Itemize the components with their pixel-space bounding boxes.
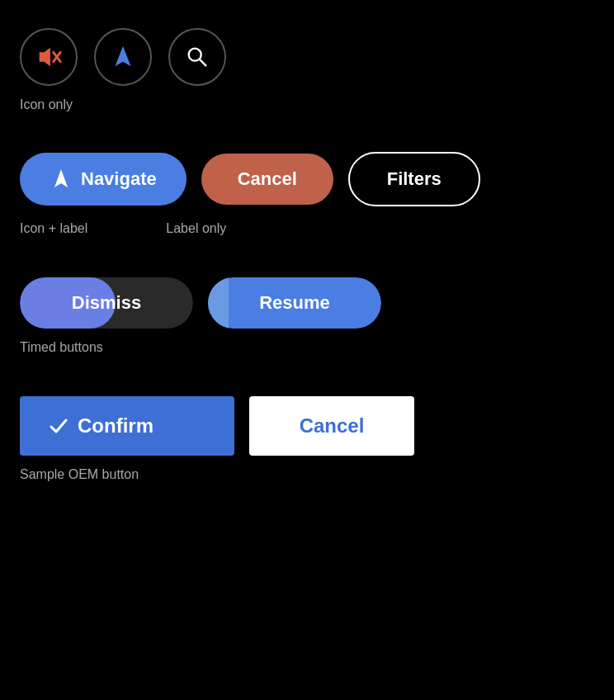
icon-label-sublabel: Icon + label — [20, 221, 87, 236]
timed-section: Dismiss Resume Timed buttons — [20, 277, 594, 355]
mute-button[interactable] — [20, 28, 78, 86]
search-circle-button[interactable] — [168, 28, 226, 86]
cancel-red-button[interactable]: Cancel — [201, 154, 333, 205]
dismiss-button[interactable]: Dismiss — [20, 277, 193, 329]
navigate-circle-icon — [109, 43, 137, 71]
cancel-red-label: Cancel — [238, 168, 297, 189]
dismiss-label: Dismiss — [72, 292, 141, 313]
timed-buttons-label: Timed buttons — [20, 340, 103, 354]
main-button-row: Navigate Cancel Filters — [20, 152, 594, 206]
resume-fill — [208, 277, 229, 329]
navigate-button[interactable]: Navigate — [20, 153, 187, 206]
navigate-label: Navigate — [81, 168, 157, 190]
icon-only-label: Icon only — [20, 97, 73, 111]
resume-button[interactable]: Resume — [208, 277, 381, 329]
svg-marker-6 — [54, 169, 68, 187]
oem-sublabel: Sample OEM button — [20, 467, 139, 481]
navigate-arrow-icon — [50, 168, 73, 191]
filters-label: Filters — [387, 168, 442, 189]
timed-button-row: Dismiss Resume — [20, 277, 594, 329]
search-circle-icon — [185, 45, 210, 69]
oem-button-row: Confirm Cancel — [20, 396, 594, 456]
page-container: Icon only Navigate Cancel Filters Icon +… — [0, 0, 614, 502]
confirm-button[interactable]: Confirm — [20, 396, 234, 456]
confirm-label: Confirm — [78, 414, 154, 438]
svg-marker-3 — [116, 46, 131, 67]
resume-label: Resume — [259, 292, 330, 313]
icon-only-section: Icon only — [20, 28, 594, 112]
label-only-sublabel: Label only — [166, 221, 226, 236]
svg-marker-0 — [40, 48, 50, 67]
buttons-section: Navigate Cancel Filters Icon + label Lab… — [20, 152, 594, 236]
button-sublabels: Icon + label Label only — [20, 218, 594, 236]
svg-line-5 — [200, 59, 206, 66]
navigate-circle-button[interactable] — [94, 28, 152, 86]
checkmark-icon — [50, 417, 68, 435]
cancel-white-label: Cancel — [300, 414, 365, 437]
cancel-white-button[interactable]: Cancel — [249, 396, 414, 456]
oem-section: Confirm Cancel Sample OEM button — [20, 396, 594, 482]
mute-icon — [35, 43, 63, 71]
icon-row — [20, 28, 594, 86]
filters-button[interactable]: Filters — [348, 152, 480, 206]
